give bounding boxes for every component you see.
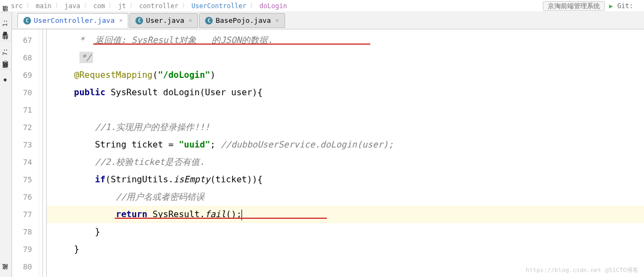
tool-window-bar: ■ 1: 项目 ⬡ 7: 结构 ◆ 提交对话框 藏 xyxy=(0,12,12,277)
run-config-dropdown[interactable]: 京淘前端管理系统 xyxy=(543,1,605,11)
class-icon: C xyxy=(205,17,213,24)
breadcrumb-item[interactable]: jt xyxy=(118,2,126,10)
editor-tab-user[interactable]: C User.java × xyxy=(129,13,198,28)
breadcrumb-item[interactable]: UserController xyxy=(191,2,246,10)
line-number: 80 xyxy=(12,258,39,275)
line-number: 69 xyxy=(12,66,39,84)
line-number: 67 xyxy=(12,32,39,49)
breadcrumb-item[interactable]: doLogin xyxy=(259,2,287,10)
sidebar-tab-structure[interactable]: ⬡ 7: 结构 xyxy=(1,41,11,70)
class-icon: C xyxy=(135,17,143,24)
line-number: 74 xyxy=(12,153,39,171)
annotation-underline xyxy=(93,44,370,45)
line-number: 78 xyxy=(12,223,39,241)
line-gutter: 67 68 69 70 71 72 73 74 75 76 77 78 79 8… xyxy=(12,29,39,277)
breadcrumb: src〉 main〉 java〉 com〉 jt〉 controller〉 Us… xyxy=(0,0,644,12)
fold-gutter xyxy=(39,29,47,277)
line-number: 71 xyxy=(12,101,39,119)
git-label: Git: xyxy=(617,2,633,10)
breadcrumb-item[interactable]: java xyxy=(65,2,81,10)
editor-tab-basepojo[interactable]: C BasePojo.java × xyxy=(199,13,284,28)
code-editor[interactable]: 67 68 69 70 71 72 73 74 75 76 77 78 79 8… xyxy=(12,29,644,277)
close-icon[interactable]: × xyxy=(189,17,193,24)
sidebar-tab-project[interactable]: ■ 1: 项目 xyxy=(1,12,11,41)
breadcrumb-item[interactable]: main xyxy=(36,2,52,10)
run-icon[interactable]: ▶ xyxy=(609,2,613,10)
tab-label: User.java xyxy=(146,16,184,24)
editor-tab-usercontroller[interactable]: C UserController.java × xyxy=(17,13,128,28)
close-icon[interactable]: × xyxy=(275,17,279,24)
sidebar-bottom[interactable]: 藏 xyxy=(1,273,11,277)
line-number: 79 xyxy=(12,241,39,258)
close-icon[interactable]: × xyxy=(119,17,123,24)
line-number: 75 xyxy=(12,171,39,188)
class-icon: C xyxy=(23,17,31,24)
line-number: 70 xyxy=(12,84,39,101)
line-number: 68 xyxy=(12,49,39,66)
editor-tabs: C UserController.java × C User.java × C … xyxy=(12,12,644,29)
breadcrumb-item[interactable]: com xyxy=(94,2,106,10)
watermark: https://blog.csdn.net @51CTO博客 xyxy=(526,266,639,274)
breadcrumb-item[interactable]: controller xyxy=(139,2,178,10)
breadcrumb-item[interactable]: src xyxy=(11,2,23,10)
tab-label: UserController.java xyxy=(34,16,115,24)
sidebar-tab-commit[interactable]: ◆ 提交对话框 xyxy=(1,69,11,87)
line-number: 73 xyxy=(12,136,39,153)
line-number: 72 xyxy=(12,119,39,136)
line-number: 76 xyxy=(12,188,39,206)
code-content[interactable]: * 返回值: SysResult对象 的JSON的数据. */ @Request… xyxy=(47,29,644,277)
line-number: 77 xyxy=(12,206,39,223)
tab-label: BasePojo.java xyxy=(215,16,271,24)
annotation-underline xyxy=(115,218,327,219)
